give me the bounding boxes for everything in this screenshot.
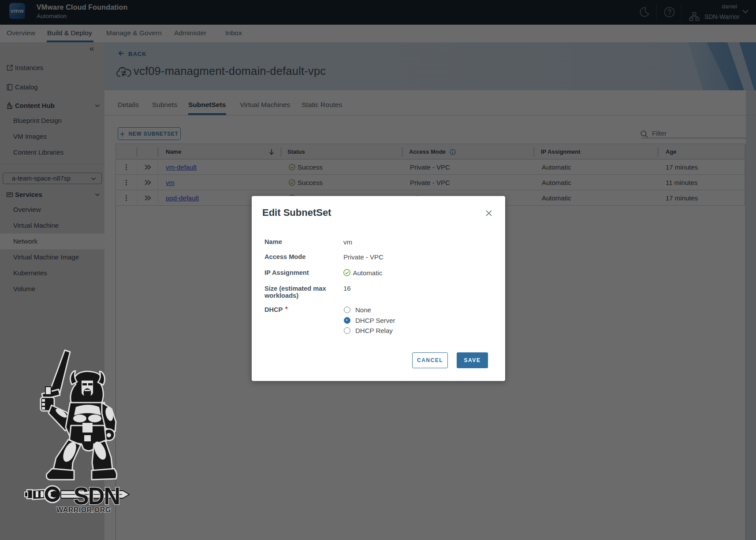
svg-text:SDN: SDN	[74, 482, 119, 509]
svg-text:WARRIOR.ORG: WARRIOR.ORG	[56, 506, 111, 514]
